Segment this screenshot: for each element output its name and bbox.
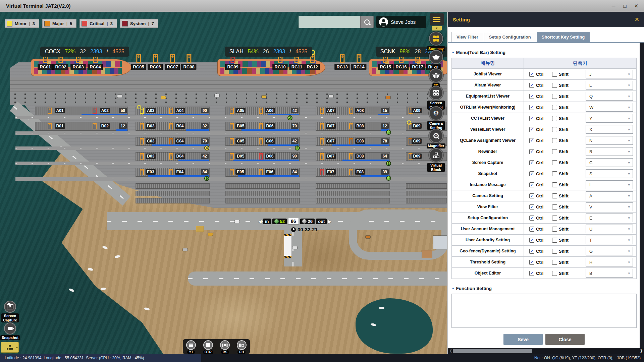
shortcut-key-select[interactable]: Q▾ [586,92,633,101]
yard-block-label[interactable]: B09 [412,123,422,129]
yard-block-label[interactable]: C05 [235,138,246,144]
yard-block-label[interactable]: A02 [100,108,110,113]
quay-crane[interactable]: ⊗RC13 [334,54,350,70]
gate-out-arrow-icon[interactable]: ▶ [328,219,331,224]
scroll-left-icon[interactable]: ❮ [449,348,452,353]
shortcut-key-select[interactable]: L▾ [586,81,633,89]
shortcut-key-select[interactable]: V▾ [586,202,633,211]
close-button[interactable]: Close [545,334,585,345]
shift-checkbox[interactable] [552,83,557,88]
yard-block-label[interactable]: B01 [55,123,65,129]
tool-screen-capture[interactable]: Screen Capture [1,301,19,322]
yard-block-label[interactable]: E03 [146,169,155,175]
ctrl-checkbox[interactable]: ✔ [529,72,534,77]
equipment-toggle-rs[interactable]: RS [220,340,230,354]
ctrl-checkbox[interactable]: ✔ [529,138,534,143]
close-window-button[interactable]: ✕ [631,2,641,10]
shift-checkbox[interactable] [552,260,557,265]
ctrl-checkbox[interactable]: ✔ [529,127,534,132]
close-panel-icon[interactable]: ✕ [635,16,639,23]
shortcut-key-select[interactable]: W▾ [586,103,633,112]
yard-block-label[interactable]: E08 [355,169,365,175]
yard-block-label[interactable]: E04 [175,169,185,175]
shift-checkbox[interactable] [552,227,557,232]
ctrl-checkbox[interactable]: ✔ [529,94,534,99]
yard-block-label[interactable]: A04 [175,108,185,113]
tab-setup-configuration[interactable]: Setup Configuration [484,32,536,42]
network-panel-handle[interactable] [1,342,19,353]
yard-block-label[interactable]: B07 [326,123,336,129]
shift-checkbox[interactable] [552,127,557,132]
ctrl-checkbox[interactable]: ✔ [529,260,534,265]
tool-snapshot[interactable]: Snapshot [1,322,19,340]
ctrl-checkbox[interactable]: ✔ [529,105,534,110]
equipment-toggle-otr[interactable]: OTR [203,340,213,354]
yard-block-label[interactable]: C09 [412,138,422,144]
yard-block-label[interactable]: A03 [146,108,156,113]
horizontal-scrollbar[interactable]: ❮ ❯ [448,348,644,354]
main-menu-button[interactable] [430,13,444,25]
shortcut-key-select[interactable]: I▾ [586,180,633,189]
shift-checkbox[interactable] [552,171,557,176]
yard-block-label[interactable]: C06 [265,138,275,144]
alert-badge-minor[interactable]: Minor|3 [5,19,39,28]
yard-block-label[interactable]: C07 [326,138,336,144]
alert-badge-critical[interactable]: Critical|3 [79,19,117,28]
yard-block-label[interactable]: E05 [235,169,245,175]
shortcut-key-select[interactable]: A▾ [586,191,633,200]
shortcut-key-select[interactable]: T▾ [586,236,633,244]
ctrl-checkbox[interactable]: ✔ [529,271,534,276]
minimize-button[interactable]: ─ [608,2,619,10]
yard-block-label[interactable]: B06 [265,123,275,129]
quay-crane[interactable]: ⊗RC14 [351,54,366,70]
ctrl-checkbox[interactable]: ✔ [529,182,534,187]
quay-crane[interactable]: ⊗RC05 [131,54,146,70]
ctrl-checkbox[interactable]: ✔ [529,216,534,221]
tool-virtual-block[interactable]: Virtual Block [427,148,445,172]
scroll-right-icon[interactable]: ❯ [640,348,643,353]
user-account-chip[interactable]: Steve Jobs [376,16,426,28]
shift-checkbox[interactable] [552,149,557,154]
shift-checkbox[interactable] [552,182,557,187]
shortcut-key-select[interactable]: H▾ [586,258,633,266]
shift-checkbox[interactable] [552,105,557,110]
ctrl-checkbox[interactable]: ✔ [529,171,534,176]
shortcut-key-select[interactable]: N▾ [586,136,633,145]
yard-block-label[interactable]: D08 [355,154,365,159]
tool-2d[interactable]: 2D [427,50,445,70]
tool-summay[interactable]: Summay [427,32,445,51]
yard-block-label[interactable]: B02 [100,123,110,129]
shift-checkbox[interactable] [552,216,557,221]
shift-checkbox[interactable] [552,271,557,276]
yard-block-label[interactable]: C03 [146,138,156,144]
yard-block-label[interactable]: B03 [146,123,156,129]
yard-block-label[interactable]: E06 [265,169,275,175]
yard-block-label[interactable]: A06 [265,108,275,113]
shortcut-key-select[interactable]: C▾ [586,158,633,167]
shift-checkbox[interactable] [552,204,557,209]
tab-view-filter[interactable]: View Filter [451,32,483,42]
ctrl-checkbox[interactable]: ✔ [529,238,534,243]
shift-checkbox[interactable] [552,116,557,121]
shortcut-key-select[interactable]: X▾ [586,125,633,134]
shift-checkbox[interactable] [552,94,557,99]
vertical-scrollbar[interactable] [640,43,644,348]
gate-in-arrow-icon[interactable]: ◀ [258,219,262,224]
equipment-toggle-yt[interactable]: YT [186,340,196,354]
scrollbar-thumb[interactable] [453,349,532,353]
yard-block-label[interactable]: E07 [326,169,335,175]
yard-block-label[interactable]: D03 [146,154,156,159]
yard-block-label[interactable]: B05 [235,123,246,129]
tool-magnifier[interactable]: Magnifier [427,129,445,148]
shortcut-key-select[interactable]: J▾ [586,70,633,78]
yard-block-label[interactable]: A01 [55,108,65,113]
quay-crane[interactable]: ⊗RC08 [181,54,196,70]
yard-block-label[interactable]: D05 [235,154,246,159]
equipment-toggle-eh[interactable]: EH [237,340,247,354]
yard-block-label[interactable]: B08 [355,123,365,129]
ctrl-checkbox[interactable]: ✔ [529,83,534,88]
tool-camera-setting[interactable]: ⚙Camera Setting [427,106,445,130]
shortcut-key-select[interactable]: G▾ [586,247,633,255]
shortcut-key-select[interactable]: B▾ [586,269,633,278]
tool-3d[interactable]: 3D [427,68,445,88]
